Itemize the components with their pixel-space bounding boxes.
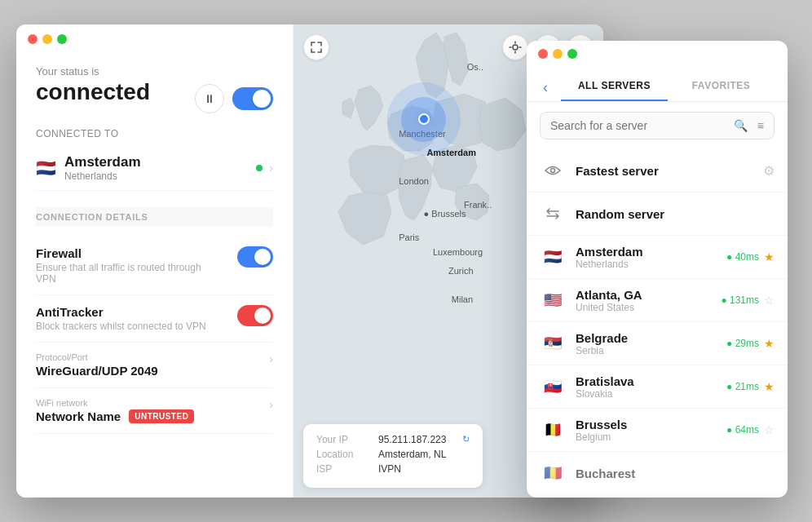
untrusted-badge: UNTRUSTED (129, 409, 194, 423)
amsterdam-name: Amsterdam (576, 245, 726, 259)
protocol-label: Protocol/Port (36, 352, 269, 362)
desktop: Your status is connected ⏸ Connected to … (0, 0, 812, 522)
left-panel: Your status is connected ⏸ Connected to … (16, 24, 293, 498)
tab-favorites[interactable]: FAVORITES (668, 73, 774, 101)
svg-point-4 (551, 169, 555, 173)
bratislava-country: Slovakia (576, 388, 726, 400)
brussels-latency: ● 64ms (726, 424, 759, 436)
current-server-row[interactable]: 🇳🇱 Amsterdam Netherlands › (36, 146, 273, 191)
belgrade-flag: 🇷🇸 (540, 330, 566, 356)
close-button[interactable] (28, 34, 38, 44)
bratislava-flag: 🇸🇰 (540, 374, 566, 400)
svg-point-1 (513, 45, 518, 50)
main-window: Your status is connected ⏸ Connected to … (16, 24, 603, 498)
amsterdam-star[interactable]: ★ (764, 250, 774, 263)
random-server-item[interactable]: Random server (527, 192, 788, 236)
amsterdam-info: Amsterdam Netherlands (576, 245, 726, 270)
belgrade-star[interactable]: ★ (764, 337, 774, 350)
server-close-button[interactable] (538, 49, 548, 59)
server-country: Netherlands (64, 170, 256, 182)
bucharest-name: Bucharest (576, 467, 774, 480)
atlanta-latency: ● 131ms (721, 294, 759, 306)
antitracker-title: AntiTracker (36, 305, 237, 319)
amsterdam-latency: ● 40ms (726, 251, 759, 263)
maximize-button[interactable] (57, 34, 67, 44)
bratislava-right: ● 21ms ★ (726, 380, 774, 393)
antitracker-row: AntiTracker Block trackers whilst connec… (36, 295, 273, 343)
brussels-country: Belgium (576, 431, 726, 443)
firewall-row: Firewall Ensure that all traffic is rout… (36, 237, 273, 295)
fastest-server-icon (540, 157, 566, 184)
connection-details-header: CONNECTION DETAILS (36, 207, 273, 227)
atlanta-star[interactable]: ☆ (764, 294, 774, 307)
pause-button[interactable]: ⏸ (195, 84, 224, 113)
brussels-info: Brussels Belgium (576, 418, 726, 443)
antitracker-toggle[interactable] (237, 305, 273, 326)
bratislava-star[interactable]: ★ (764, 380, 774, 393)
status-connected: connected (36, 79, 150, 105)
bratislava-item[interactable]: 🇸🇰 Bratislava Slovakia ● 21ms ★ (527, 365, 788, 409)
atlanta-name: Atlanta, GA (576, 288, 721, 302)
refresh-icon[interactable]: ↻ (462, 434, 470, 445)
protocol-chevron-icon: › (269, 352, 273, 365)
search-input[interactable] (550, 119, 727, 132)
random-server-icon (540, 201, 566, 227)
fastest-server-item[interactable]: Fastest server ⚙ (527, 149, 788, 192)
fastest-server-info: Fastest server (576, 164, 763, 178)
atlanta-info: Atlanta, GA United States (576, 288, 721, 313)
back-button[interactable]: ‹ (540, 76, 551, 100)
amsterdam-flag: 🇳🇱 (540, 244, 566, 270)
ip-label: Your IP (316, 434, 365, 445)
protocol-row[interactable]: Protocol/Port WireGuard/UDP 2049 › (36, 343, 273, 388)
main-traffic-lights (28, 34, 67, 44)
atlanta-flag: 🇺🇸 (540, 287, 566, 313)
amsterdam-right: ● 40ms ★ (726, 250, 774, 263)
belgrade-info: Belgrade Serbia (576, 331, 726, 356)
belgrade-latency: ● 29ms (726, 338, 759, 349)
protocol-info: Protocol/Port WireGuard/UDP 2049 (36, 352, 269, 378)
tab-all-servers[interactable]: ALL SERVERS (561, 73, 668, 101)
ip-row: Your IP 95.211.187.223 ↻ (316, 434, 470, 445)
status-label: Your status is (36, 65, 273, 77)
bucharest-item[interactable]: 🇷🇴 Bucharest (527, 452, 788, 495)
search-icon[interactable]: 🔍 (734, 119, 748, 132)
server-list: Fastest server ⚙ Random server 🇳🇱 (527, 149, 788, 498)
isp-row: ISP IVPN (316, 463, 470, 475)
wifi-info: WiFi network Network Name UNTRUSTED (36, 398, 269, 423)
map-expand-button[interactable] (303, 34, 329, 60)
server-name: Amsterdam (64, 154, 256, 170)
filter-icon[interactable]: ≡ (757, 119, 764, 132)
location-value: Amsterdam, NL (378, 449, 446, 460)
bucharest-info: Bucharest (576, 467, 774, 480)
isp-value: IVPN (378, 463, 401, 475)
belgrade-name: Belgrade (576, 331, 726, 345)
server-flag: 🇳🇱 (36, 158, 56, 178)
firewall-info: Firewall Ensure that all traffic is rout… (36, 246, 237, 285)
wifi-name: Network Name (36, 409, 121, 423)
antitracker-info: AntiTracker Block trackers whilst connec… (36, 305, 237, 332)
wifi-chevron-icon: › (269, 398, 273, 411)
gear-icon[interactable]: ⚙ (763, 163, 774, 179)
random-server-info: Random server (576, 207, 774, 221)
location-icon-button[interactable] (502, 34, 528, 60)
brussels-flag: 🇧🇪 (540, 417, 566, 443)
belgrade-item[interactable]: 🇷🇸 Belgrade Serbia ● 29ms ★ (527, 322, 788, 365)
bratislava-name: Bratislava (576, 374, 726, 388)
vpn-toggle[interactable] (232, 87, 273, 110)
isp-label: ISP (316, 463, 365, 475)
firewall-toggle[interactable] (237, 246, 273, 268)
antitracker-desc: Block trackers whilst connected to VPN (36, 321, 215, 332)
amsterdam-item[interactable]: 🇳🇱 Amsterdam Netherlands ● 40ms ★ (527, 236, 788, 279)
connection-status-dot (256, 165, 263, 171)
server-info: Amsterdam Netherlands (64, 154, 256, 182)
wifi-row[interactable]: WiFi network Network Name UNTRUSTED › (36, 388, 273, 434)
toggle-container: ⏸ (195, 84, 273, 113)
atlanta-item[interactable]: 🇺🇸 Atlanta, GA United States ● 131ms ☆ (527, 279, 788, 322)
connected-to-label: Connected to (36, 128, 273, 139)
server-minimize-button[interactable] (553, 49, 563, 59)
protocol-value: WireGuard/UDP 2049 (36, 364, 269, 378)
minimize-button[interactable] (42, 34, 52, 44)
brussels-star[interactable]: ☆ (764, 423, 774, 436)
brussels-item[interactable]: 🇧🇪 Brussels Belgium ● 64ms ☆ (527, 409, 788, 452)
server-maximize-button[interactable] (567, 49, 577, 59)
